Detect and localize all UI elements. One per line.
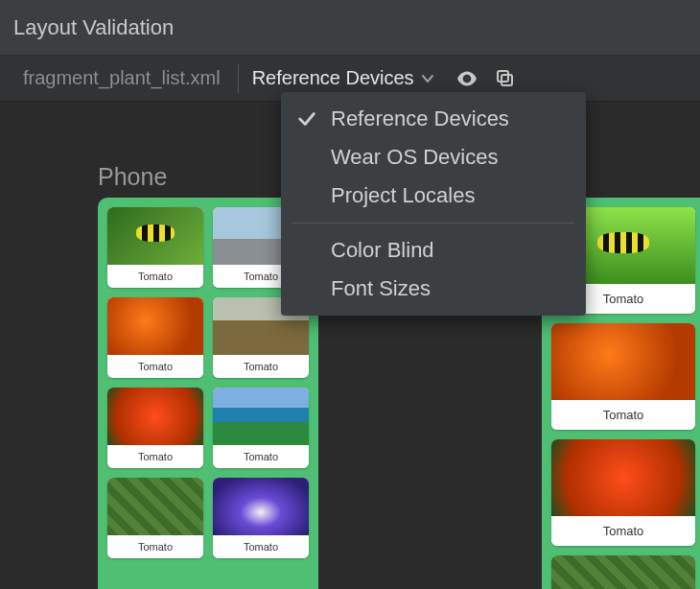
card-caption: Tomato: [107, 445, 203, 468]
list-item[interactable]: Tomato: [551, 323, 695, 430]
dropdown-selected-label: Reference Devices: [252, 67, 414, 89]
thumbnail-image: [107, 478, 203, 535]
menu-item-reference-devices[interactable]: Reference Devices: [281, 100, 586, 138]
svg-point-0: [464, 76, 468, 80]
copy-icon[interactable]: [493, 66, 518, 91]
card-caption: Tomato: [551, 516, 695, 546]
menu-item-label: Font Sizes: [331, 276, 431, 301]
card-caption: Tomato: [213, 445, 309, 468]
list-item[interactable]: Tomato: [213, 478, 309, 558]
thumbnail-image: [213, 388, 309, 445]
visibility-icon[interactable]: [455, 66, 479, 91]
thumbnail-image: [107, 297, 203, 355]
list-item[interactable]: Tomato: [107, 478, 203, 558]
breadcrumb-separator: [238, 64, 239, 93]
card-caption: Tomato: [107, 535, 203, 558]
card-caption: Tomato: [551, 400, 695, 430]
list-item[interactable]: Tomato: [551, 439, 695, 546]
list-item[interactable]: Tomato: [107, 297, 203, 378]
check-icon: [294, 108, 319, 130]
list-item[interactable]: Tomato: [213, 388, 309, 468]
list-item[interactable]: Tomato: [107, 388, 203, 468]
breadcrumb-file[interactable]: fragment_plant_list.xml: [13, 61, 230, 95]
thumbnail-image: [551, 323, 695, 400]
menu-item-label: Reference Devices: [331, 106, 509, 131]
menu-item-wear-os-devices[interactable]: Wear OS Devices: [281, 138, 586, 177]
card-caption: Tomato: [107, 355, 203, 378]
svg-rect-2: [498, 71, 508, 82]
thumbnail-image: [551, 439, 695, 516]
list-item[interactable]: Tomato: [551, 555, 695, 589]
menu-item-label: Project Locales: [331, 183, 475, 208]
thumbnail-image: [213, 478, 309, 535]
menu-separator: [292, 223, 574, 224]
thumbnail-image: [551, 555, 695, 589]
svg-rect-1: [502, 75, 512, 85]
menu-item-project-locales[interactable]: Project Locales: [281, 177, 586, 215]
page-title: Layout Validation: [13, 15, 174, 40]
card-caption: Tomato: [213, 535, 309, 558]
device-category-dropdown[interactable]: Reference Devices: [246, 61, 441, 95]
card-caption: Tomato: [107, 265, 203, 288]
menu-item-font-sizes[interactable]: Font Sizes: [281, 270, 586, 308]
chevron-down-icon: [420, 71, 435, 86]
menu-item-color-blind[interactable]: Color Blind: [281, 231, 586, 270]
app-header: Layout Validation: [0, 0, 700, 56]
list-item[interactable]: Tomato: [107, 207, 203, 288]
card-caption: Tomato: [213, 355, 309, 378]
menu-item-label: Color Blind: [331, 238, 434, 263]
device-category-menu: Reference Devices Wear OS Devices Projec…: [281, 92, 586, 316]
thumbnail-image: [107, 388, 203, 445]
menu-item-label: Wear OS Devices: [331, 145, 498, 170]
thumbnail-image: [107, 207, 203, 265]
toolbar-icons: [455, 66, 518, 91]
card-grid: TomatoTomatoTomatoTomatoTomatoTomatoToma…: [107, 207, 309, 558]
device-label-phone: Phone: [98, 163, 167, 191]
